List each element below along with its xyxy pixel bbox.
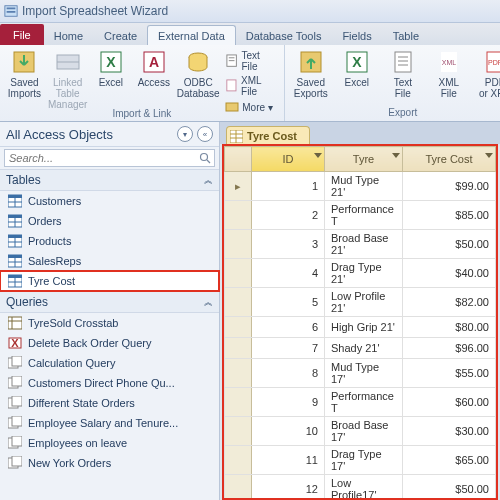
saved-imports-button[interactable]: SavedImports [4, 47, 45, 101]
tab-table[interactable]: Table [382, 25, 430, 45]
cell-tyre[interactable]: Mud Type 17' [325, 359, 403, 388]
excel-imp-button[interactable]: XExcel [90, 47, 131, 90]
cell-tyre[interactable]: Drag Type 21' [325, 259, 403, 288]
cell-id[interactable]: 3 [252, 230, 325, 259]
nav-item-customers[interactable]: Customers [0, 191, 219, 211]
row-selector[interactable] [225, 201, 252, 230]
tab-database-tools[interactable]: Database Tools [235, 25, 333, 45]
column-header-tyre[interactable]: Tyre [325, 147, 403, 172]
cell-cost[interactable]: $82.00 [403, 288, 496, 317]
tab-external-data[interactable]: External Data [147, 25, 236, 45]
nav-header[interactable]: All Access Objects ▾ « [0, 122, 219, 147]
table-row[interactable]: ▸1Mud Type 21'$99.00 [225, 172, 496, 201]
nav-section-tables[interactable]: Tables︽ [0, 169, 219, 191]
tab-home[interactable]: Home [43, 25, 94, 45]
cell-id[interactable]: 6 [252, 317, 325, 338]
search-icon[interactable] [199, 152, 211, 164]
table-row[interactable]: 3Broad Base 21'$50.00 [225, 230, 496, 259]
row-selector[interactable] [225, 359, 252, 388]
saved-exports-button[interactable]: SavedExports [289, 47, 333, 101]
table-row[interactable]: 12Low Profile17'$50.00 [225, 475, 496, 501]
row-selector[interactable] [225, 475, 252, 501]
row-selector[interactable] [225, 259, 252, 288]
nav-item-delete-back-order-query[interactable]: XDelete Back Order Query [0, 333, 219, 353]
cell-cost[interactable]: $40.00 [403, 259, 496, 288]
cell-id[interactable]: 8 [252, 359, 325, 388]
table-row[interactable]: 6High Grip 21'$80.00 [225, 317, 496, 338]
search-input[interactable] [4, 149, 215, 167]
table-row[interactable]: 7Shady 21'$96.00 [225, 338, 496, 359]
table-row[interactable]: 11Drag Type 17'$65.00 [225, 446, 496, 475]
cell-id[interactable]: 12 [252, 475, 325, 501]
table-row[interactable]: 2Performance T$85.00 [225, 201, 496, 230]
nav-item-calculation-query[interactable]: Calculation Query [0, 353, 219, 373]
cell-id[interactable]: 10 [252, 417, 325, 446]
row-selector[interactable] [225, 338, 252, 359]
table-row[interactable]: 5Low Profile 21'$82.00 [225, 288, 496, 317]
row-selector[interactable] [225, 317, 252, 338]
nav-section-queries[interactable]: Queries︽ [0, 291, 219, 313]
row-selector[interactable] [225, 230, 252, 259]
cell-cost[interactable]: $65.00 [403, 446, 496, 475]
odbc-button[interactable]: ODBCDatabase [176, 47, 220, 101]
cell-cost[interactable]: $60.00 [403, 388, 496, 417]
text-exp-button[interactable]: TextFile [381, 47, 425, 101]
table-row[interactable]: 9Performance T$60.00 [225, 388, 496, 417]
text-imp-button[interactable]: Text File [222, 49, 280, 73]
nav-item-salesreps[interactable]: SalesReps [0, 251, 219, 271]
nav-item-employee-salary-and-tenure-[interactable]: Employee Salary and Tenure... [0, 413, 219, 433]
row-selector[interactable]: ▸ [225, 172, 252, 201]
cell-cost[interactable]: $85.00 [403, 201, 496, 230]
tab-file[interactable]: File [0, 24, 44, 45]
dropdown-icon[interactable] [392, 153, 400, 158]
cell-cost[interactable]: $80.00 [403, 317, 496, 338]
cell-tyre[interactable]: Broad Base 21' [325, 230, 403, 259]
cell-tyre[interactable]: High Grip 21' [325, 317, 403, 338]
nav-item-employees-on-leave[interactable]: Employees on leave [0, 433, 219, 453]
cell-tyre[interactable]: Low Profile17' [325, 475, 403, 501]
nav-dropdown-icon[interactable]: ▾ [177, 126, 193, 142]
nav-item-products[interactable]: Products [0, 231, 219, 251]
cell-tyre[interactable]: Performance T [325, 388, 403, 417]
collapse-icon[interactable]: ︽ [204, 296, 213, 309]
cell-tyre[interactable]: Performance T [325, 201, 403, 230]
cell-tyre[interactable]: Shady 21' [325, 338, 403, 359]
tab-create[interactable]: Create [93, 25, 148, 45]
dropdown-icon[interactable] [314, 153, 322, 158]
cell-id[interactable]: 5 [252, 288, 325, 317]
cell-tyre[interactable]: Mud Type 21' [325, 172, 403, 201]
cell-id[interactable]: 9 [252, 388, 325, 417]
cell-id[interactable]: 7 [252, 338, 325, 359]
tab-fields[interactable]: Fields [331, 25, 382, 45]
nav-item-tyre-cost[interactable]: Tyre Cost [0, 271, 219, 291]
collapse-icon[interactable]: ︽ [204, 174, 213, 187]
nav-item-different-state-orders[interactable]: Different State Orders [0, 393, 219, 413]
access-imp-button[interactable]: AAccess [133, 47, 174, 90]
select-all-header[interactable] [225, 147, 252, 172]
nav-item-tyresold-crosstab[interactable]: TyreSold Crosstab [0, 313, 219, 333]
datasheet-grid[interactable]: IDTyreTyre Cost ▸1Mud Type 21'$99.002Per… [222, 144, 498, 500]
row-selector[interactable] [225, 417, 252, 446]
excel-exp-button[interactable]: XExcel [335, 47, 379, 90]
cell-tyre[interactable]: Low Profile 21' [325, 288, 403, 317]
cell-cost[interactable]: $99.00 [403, 172, 496, 201]
xml-exp-button[interactable]: XMLXMLFile [427, 47, 471, 101]
cell-id[interactable]: 1 [252, 172, 325, 201]
table-row[interactable]: 10Broad Base 17'$30.00 [225, 417, 496, 446]
xml-imp-button[interactable]: XML File [222, 74, 280, 98]
cell-cost[interactable]: $55.00 [403, 359, 496, 388]
row-selector[interactable] [225, 288, 252, 317]
cell-id[interactable]: 2 [252, 201, 325, 230]
cell-cost[interactable]: $30.00 [403, 417, 496, 446]
column-header-tyre-cost[interactable]: Tyre Cost [403, 147, 496, 172]
column-header-id[interactable]: ID [252, 147, 325, 172]
cell-tyre[interactable]: Broad Base 17' [325, 417, 403, 446]
cell-tyre[interactable]: Drag Type 17' [325, 446, 403, 475]
cell-cost[interactable]: $50.00 [403, 475, 496, 501]
nav-item-orders[interactable]: Orders [0, 211, 219, 231]
cell-id[interactable]: 4 [252, 259, 325, 288]
row-selector[interactable] [225, 388, 252, 417]
cell-cost[interactable]: $50.00 [403, 230, 496, 259]
nav-collapse-icon[interactable]: « [197, 126, 213, 142]
table-row[interactable]: 4Drag Type 21'$40.00 [225, 259, 496, 288]
